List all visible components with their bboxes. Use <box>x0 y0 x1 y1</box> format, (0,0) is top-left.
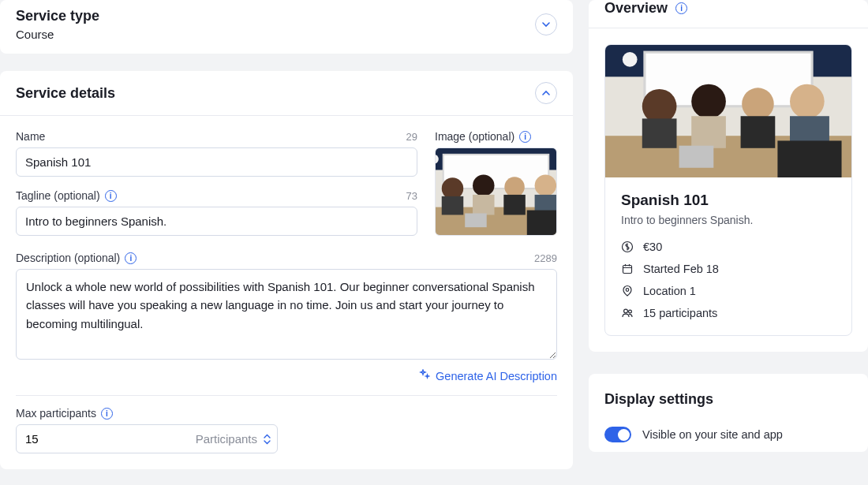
image-upload[interactable] <box>435 147 557 236</box>
generate-ai-description-link[interactable]: Generate AI Description <box>419 369 557 382</box>
name-field: Name 29 <box>16 130 417 177</box>
chevron-up-icon <box>542 88 550 99</box>
visibility-toggle-label: Visible on your site and app <box>642 428 783 441</box>
image-label-text: Image (optional) <box>435 130 514 143</box>
tagline-label: Tagline (optional) i <box>16 189 117 202</box>
tagline-char-count: 73 <box>406 190 417 202</box>
location-icon <box>621 285 634 297</box>
max-participants-input[interactable] <box>17 425 196 453</box>
max-participants-field: Max participants i Participants <box>16 407 557 453</box>
service-type-value: Course <box>16 28 99 41</box>
name-input[interactable] <box>16 147 417 177</box>
service-type-card: Service type Course <box>0 0 573 54</box>
preview-price-row: €30 <box>621 241 836 253</box>
image-label: Image (optional) i <box>435 130 531 143</box>
info-icon[interactable]: i <box>105 190 117 202</box>
tagline-field: Tagline (optional) i 73 <box>16 189 417 236</box>
participants-suffix: Participants <box>196 432 262 446</box>
name-label: Name <box>16 130 45 143</box>
description-textarea[interactable] <box>16 269 557 360</box>
service-type-heading: Service type <box>16 8 99 24</box>
chevron-down-icon <box>542 19 550 31</box>
calendar-icon <box>621 263 634 275</box>
description-label: Description (optional) i <box>16 252 137 264</box>
svg-point-17 <box>626 289 629 292</box>
description-label-text: Description (optional) <box>16 252 120 264</box>
name-char-count: 29 <box>406 131 417 143</box>
description-field: Description (optional) i 2289 <box>16 252 557 382</box>
info-icon[interactable]: i <box>125 252 137 264</box>
display-settings-card: Display settings Visible on your site an… <box>589 374 868 452</box>
display-settings-heading: Display settings <box>604 391 852 408</box>
stepper-down-icon[interactable] <box>264 439 271 445</box>
max-participants-label: Max participants i <box>16 407 113 420</box>
info-icon[interactable]: i <box>101 408 113 420</box>
preview-participants-row: 15 participants <box>621 307 836 319</box>
participants-icon <box>621 307 634 319</box>
preview-location-row: Location 1 <box>621 285 836 297</box>
tagline-input[interactable] <box>16 207 417 236</box>
overview-heading: Overview <box>604 0 668 17</box>
stepper <box>262 432 277 446</box>
preview-title: Spanish 101 <box>621 192 836 209</box>
preview-location: Location 1 <box>643 285 696 297</box>
service-details-heading: Service details <box>16 85 115 102</box>
service-details-card: Service details Name 29 <box>0 71 573 469</box>
preview-card: Spanish 101 Intro to beginners Spanish. … <box>604 44 852 336</box>
currency-icon <box>621 241 634 253</box>
preview-date: Started Feb 18 <box>643 263 719 275</box>
info-icon[interactable]: i <box>519 131 531 143</box>
preview-participants: 15 participants <box>643 307 717 319</box>
tagline-label-text: Tagline (optional) <box>16 189 100 202</box>
stepper-up-icon[interactable] <box>264 434 271 439</box>
max-participants-label-text: Max participants <box>16 407 96 420</box>
info-icon[interactable]: i <box>675 2 687 14</box>
generate-ai-description-text: Generate AI Description <box>436 370 557 382</box>
divider <box>16 395 557 396</box>
collapse-service-details-button[interactable] <box>535 82 557 104</box>
max-participants-input-wrapper: Participants <box>16 424 278 453</box>
svg-rect-16 <box>623 266 632 274</box>
sparkle-icon <box>419 369 430 382</box>
visibility-toggle[interactable] <box>604 427 631 442</box>
expand-service-type-button[interactable] <box>535 13 557 35</box>
svg-point-18 <box>624 309 628 313</box>
preview-image <box>605 45 851 177</box>
preview-tagline: Intro to beginners Spanish. <box>621 214 836 226</box>
description-char-count: 2289 <box>534 252 557 264</box>
overview-card: Overview i Spanish 101 Intro to beginner… <box>589 0 868 352</box>
preview-price: €30 <box>643 241 662 253</box>
svg-point-19 <box>629 310 632 313</box>
preview-date-row: Started Feb 18 <box>621 263 836 275</box>
